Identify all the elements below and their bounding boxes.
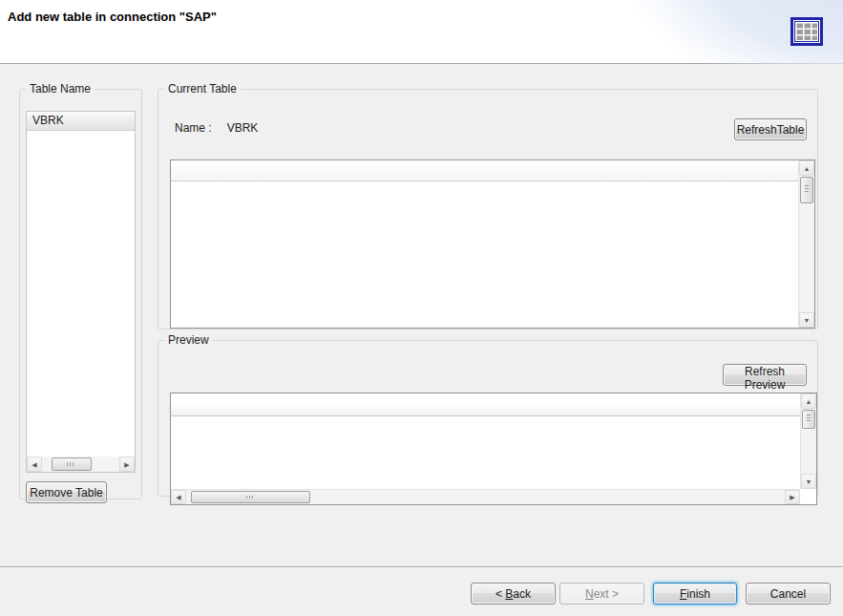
scroll-left-icon[interactable]: ◀ xyxy=(27,457,42,472)
preview-vscrollbar[interactable]: ▲ ▼ xyxy=(800,393,816,489)
scroll-up-icon[interactable]: ▲ xyxy=(801,393,816,409)
scrollbar-thumb[interactable] xyxy=(800,177,813,203)
scrollbar-track[interactable] xyxy=(801,409,816,474)
table-name-group-label: Table Name xyxy=(26,82,95,96)
table-name-row: Name : VBRK xyxy=(175,121,258,135)
button-label: < Back xyxy=(495,587,531,601)
preview-table-header xyxy=(171,393,800,416)
button-label: RefreshTable xyxy=(737,123,805,137)
scrollbar-thumb[interactable] xyxy=(191,491,310,503)
scrollbar-track[interactable] xyxy=(186,490,785,504)
scroll-down-icon[interactable]: ▼ xyxy=(799,312,814,328)
scrollbar-thumb[interactable] xyxy=(802,410,815,429)
preview-group: Preview Refresh Preview ▲ ▼ ◀ ▶ xyxy=(158,333,818,497)
table-name-group: Table Name VBRK ◀ ▶ Remove Table xyxy=(19,82,142,499)
button-label: Finish xyxy=(680,587,710,601)
back-button[interactable]: < Back xyxy=(471,583,556,605)
wizard-header: Add new table in connection "SAP" xyxy=(0,0,843,64)
scroll-up-icon[interactable]: ▲ xyxy=(799,160,814,176)
scrollbar-track[interactable] xyxy=(799,176,814,312)
table-name-list[interactable]: VBRK ◀ ▶ xyxy=(26,111,136,473)
refresh-preview-button[interactable]: Refresh Preview xyxy=(723,364,807,386)
table-icon xyxy=(790,17,823,46)
name-label: Name : xyxy=(175,121,212,135)
table-list-hscrollbar[interactable]: ◀ ▶ xyxy=(27,457,135,472)
name-value: VBRK xyxy=(227,121,259,135)
button-label: Refresh Preview xyxy=(745,365,786,392)
columns-table-vscrollbar[interactable]: ▲ ▼ xyxy=(798,160,814,328)
scrollbar-thumb[interactable] xyxy=(52,457,92,471)
button-label: Next > xyxy=(585,587,619,601)
current-table-header xyxy=(171,160,814,181)
cancel-button[interactable]: Cancel xyxy=(746,583,831,605)
preview-group-label: Preview xyxy=(164,333,213,347)
current-table-group: Current Table Name : VBRK RefreshTable ▲… xyxy=(158,82,818,329)
footer-separator xyxy=(0,566,843,568)
table-list-item[interactable]: VBRK xyxy=(27,112,135,131)
add-table-wizard-dialog: Add new table in connection "SAP" Table … xyxy=(0,0,843,616)
scroll-down-icon[interactable]: ▼ xyxy=(801,474,816,489)
scroll-right-icon[interactable]: ▶ xyxy=(119,457,135,472)
next-button[interactable]: Next > xyxy=(559,583,644,605)
remove-table-button[interactable]: Remove Table xyxy=(26,481,107,503)
scrollbar-track[interactable] xyxy=(42,457,119,472)
dialog-title: Add new table in connection "SAP" xyxy=(8,10,217,24)
scroll-left-icon[interactable]: ◀ xyxy=(171,490,186,504)
preview-hscrollbar[interactable]: ◀ ▶ xyxy=(171,489,800,504)
finish-button[interactable]: Finish xyxy=(653,583,737,605)
refresh-table-button[interactable]: RefreshTable xyxy=(734,118,807,140)
scroll-right-icon[interactable]: ▶ xyxy=(785,490,800,504)
preview-table: ▲ ▼ ◀ ▶ xyxy=(170,393,817,505)
columns-table: ▲ ▼ xyxy=(170,159,815,329)
button-label: Cancel xyxy=(770,587,806,601)
current-table-group-label: Current Table xyxy=(164,82,241,96)
button-label: Remove Table xyxy=(30,486,103,499)
